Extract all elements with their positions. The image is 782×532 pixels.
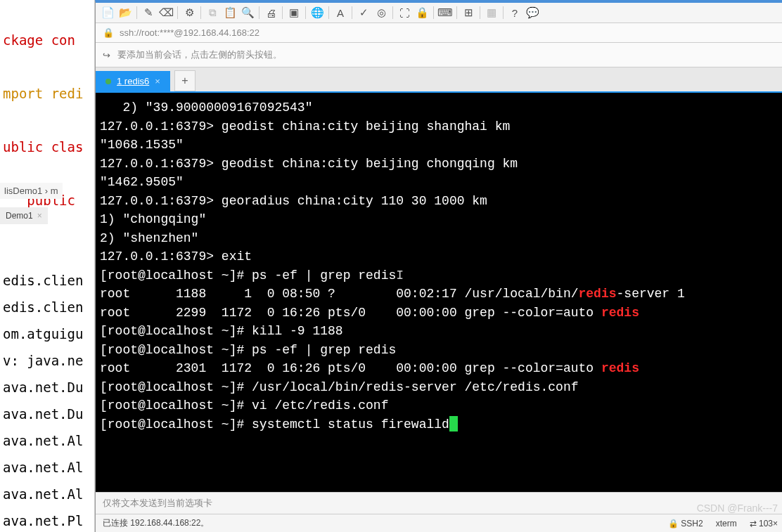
font-icon[interactable]: A (333, 5, 348, 20)
window-add-icon[interactable]: ⊞ (461, 5, 476, 20)
status-dot-icon (105, 79, 111, 84)
editor-background: ckage con mport redi ublic clas public e… (0, 0, 95, 532)
new-doc-icon[interactable]: 📄 (100, 5, 115, 20)
tab-redis6[interactable]: 1 redis6 × (96, 71, 170, 91)
term-size: ⇄ 103× (750, 519, 778, 528)
marker-icon[interactable]: ✓ (356, 5, 371, 20)
paste-icon[interactable]: 📋 (222, 5, 238, 20)
lock-icon: 🔒 (103, 27, 114, 38)
status-bar: 已连接 192.168.44.168:22。 🔒 SSH2 xterm ⇄ 10… (96, 514, 782, 532)
eraser-icon[interactable]: ⌫ (158, 5, 174, 20)
send-mode-bar[interactable]: 仅将文本发送到当前选项卡 (96, 492, 782, 514)
session-tabs: 1 redis6 × + (96, 67, 782, 93)
keyboard-icon[interactable]: ⌨ (437, 5, 453, 20)
open-folder-icon[interactable]: 📂 (117, 5, 133, 20)
add-tab-button[interactable]: + (174, 70, 196, 91)
toolbar: 📄📂✎⌫⚙⧉📋🔍🖨▣🌐A✓◎⛶🔒⌨⊞▦?💬 (96, 3, 782, 23)
hint-bar: ↪ 要添加当前会话，点击左侧的箭头按钮。 (96, 43, 782, 67)
compass-icon[interactable]: ◎ (373, 5, 389, 20)
address-url: ssh://root:****@192.168.44.168:22 (120, 27, 259, 38)
gear-icon[interactable]: ⚙ (181, 5, 197, 20)
close-icon[interactable]: × (155, 76, 160, 86)
fullscreen-icon[interactable]: ⛶ (397, 5, 412, 20)
protocol-label: 🔒 SSH2 (668, 519, 703, 528)
share-icon[interactable]: ↪ (103, 50, 110, 60)
box-icon[interactable]: ▣ (286, 5, 302, 20)
help-icon[interactable]: ? (507, 5, 523, 20)
editor-tab[interactable]: Demo1× (0, 207, 48, 224)
term-type: xterm (716, 519, 737, 528)
lock-icon[interactable]: 🔒 (414, 5, 430, 20)
close-icon[interactable]: × (37, 211, 42, 221)
copy-dim-icon[interactable]: ⧉ (205, 5, 220, 20)
search-icon[interactable]: 🔍 (240, 5, 255, 20)
chat-icon[interactable]: 💬 (525, 5, 540, 20)
address-bar[interactable]: 🔒 ssh://root:****@192.168.44.168:22 (96, 23, 782, 43)
printer-icon[interactable]: 🖨 (263, 5, 278, 20)
globe-icon[interactable]: 🌐 (309, 5, 325, 20)
pencil-icon[interactable]: ✎ (141, 5, 156, 20)
terminal-app: 📄📂✎⌫⚙⧉📋🔍🖨▣🌐A✓◎⛶🔒⌨⊞▦?💬 🔒 ssh://root:****@… (95, 0, 782, 532)
breadcrumb: lisDemo1 › m (0, 183, 63, 199)
terminal[interactable]: 2) "39.90000009167092543"127.0.0.1:6379>… (96, 93, 782, 492)
connection-status: 已连接 192.168.44.168:22。 (103, 517, 209, 529)
grid-dim-icon[interactable]: ▦ (484, 5, 499, 20)
